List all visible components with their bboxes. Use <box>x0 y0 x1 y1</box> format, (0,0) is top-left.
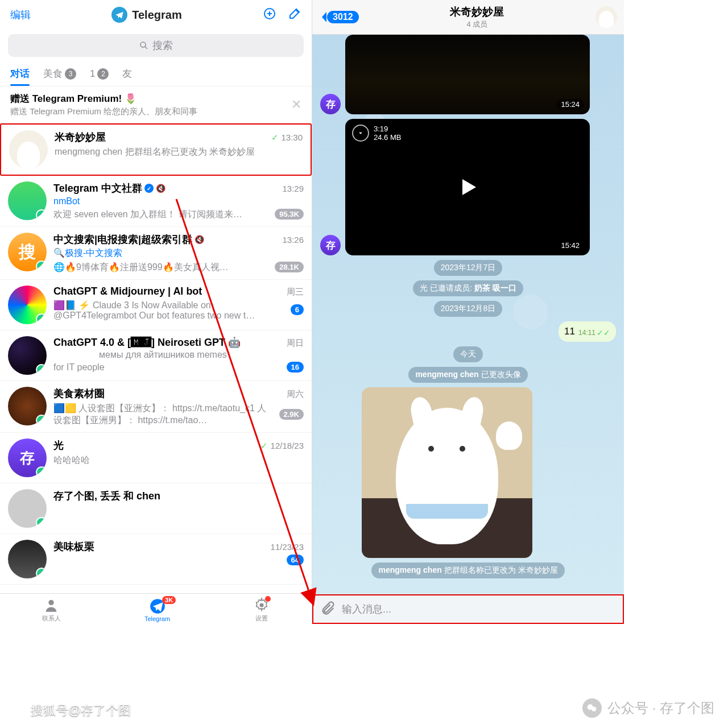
svg-point-1 <box>140 42 146 47</box>
nav-chats[interactable]: 3K Telegram <box>144 598 170 622</box>
avatar-change-image[interactable] <box>362 387 532 558</box>
sender-avatar[interactable]: 存 <box>320 94 341 114</box>
chat-list-item[interactable]: Telegram 中文社群✓🔇13:29nmBot欢迎 seven eleven… <box>0 176 312 227</box>
conversation-pane: 3012 米奇妙妙屋 4 成员 存 15:24 存 3:1924.6 <box>312 0 624 624</box>
message-list[interactable]: 存 15:24 存 3:1924.6 MB 15:42 2023年12月7日 光… <box>312 35 624 594</box>
chat-title[interactable]: 米奇妙妙屋 <box>363 5 591 19</box>
chat-list-item[interactable]: 美味板栗11/23/2364 <box>0 534 312 585</box>
chat-list-item[interactable]: 米奇妙妙屋✓ 13:30mengmeng chen 把群组名称已更改为 米奇妙妙… <box>0 123 312 176</box>
play-icon[interactable] <box>462 179 476 195</box>
nav-settings[interactable]: 设置 <box>254 597 270 623</box>
wechat-icon <box>582 698 602 718</box>
chat-list-item[interactable]: 搜中文搜索|电报搜索|超级索引群🔇13:26🔍极搜-中文搜索🌐🔥9博体育🔥注册送… <box>0 227 312 280</box>
svg-point-7 <box>592 707 596 712</box>
search-input[interactable]: 搜索 <box>8 34 304 57</box>
read-check-icon: ✓✓ <box>597 328 610 337</box>
badge-dot <box>265 596 271 602</box>
date-separator: 2023年12月7日 <box>434 260 503 276</box>
telegram-icon <box>111 7 127 23</box>
watermark: 公众号 · 存了个图 <box>582 698 714 718</box>
tab-friends[interactable]: 友 <box>122 67 132 80</box>
premium-promo[interactable]: 赠送 Telegram Premium! 🌷 赠送 Telegram Premi… <box>0 86 312 123</box>
new-folder-icon[interactable] <box>263 7 276 23</box>
chat-list-pane: 编辑 Telegram 搜索 对话 美食3 12 友 赠送 Telegram P… <box>0 0 312 624</box>
compose-icon[interactable] <box>288 7 301 23</box>
sender-avatar[interactable]: 存 <box>320 235 341 255</box>
nav-contacts[interactable]: 联系人 <box>42 597 61 623</box>
date-separator: 2023年12月8日 <box>434 301 503 317</box>
download-icon[interactable] <box>352 125 369 142</box>
svg-point-4 <box>260 603 264 607</box>
message-input-bar <box>312 594 624 624</box>
date-separator: 今天 <box>453 346 483 362</box>
message-input[interactable] <box>342 603 616 615</box>
chat-list-item[interactable]: ChatGPT 4.0 & [🅼🅹] Neiroseti GPT 🤖周日мемы… <box>0 330 312 381</box>
chat-list-item[interactable]: 美食素材圈周六🟦🟨 人设套图【亚洲女】： https://t.me/taotu_… <box>0 381 312 433</box>
app-title: Telegram <box>111 7 181 23</box>
tab-1[interactable]: 12 <box>90 67 109 80</box>
chat-subtitle: 4 成员 <box>363 19 591 30</box>
chat-list-item[interactable]: 存光✓ 12/18/23哈哈哈哈 <box>0 433 312 483</box>
chat-list-item[interactable]: 存了个图, 丢丢 和 chen <box>0 483 312 534</box>
folder-tabs: 对话 美食3 12 友 <box>0 61 312 86</box>
tab-food[interactable]: 美食3 <box>43 67 76 80</box>
chat-list: 米奇妙妙屋✓ 13:30mengmeng chen 把群组名称已更改为 米奇妙妙… <box>0 123 312 593</box>
back-button[interactable]: 3012 <box>319 11 359 23</box>
bottom-nav: 联系人 3K Telegram 设置 <box>0 593 312 624</box>
tab-conversations[interactable]: 对话 <box>10 67 30 80</box>
search-icon <box>139 40 149 51</box>
system-message: mengmeng chen 把群组名称已更改为 米奇妙妙屋 <box>371 562 564 578</box>
chat-list-item[interactable]: ChatGPT & Midjourney | AI bot周三🟪📘 ⚡ Clau… <box>0 280 312 330</box>
svg-point-2 <box>48 600 53 605</box>
chat-avatar[interactable] <box>595 6 617 28</box>
system-message: mengmeng chen 已更改头像 <box>408 367 527 383</box>
source-label: 搜狐号@存了个图 <box>7 701 131 720</box>
edit-button[interactable]: 编辑 <box>10 8 31 22</box>
system-message: 光 已邀请成员: 奶茶 吸一口 <box>413 280 523 296</box>
video-message[interactable]: 3:1924.6 MB 15:42 <box>345 119 590 255</box>
image-message[interactable]: 15:24 <box>345 35 590 114</box>
outgoing-message[interactable]: 11 14:11✓✓ <box>559 321 616 342</box>
attach-icon[interactable] <box>320 600 336 618</box>
close-icon[interactable]: ✕ <box>291 97 301 112</box>
